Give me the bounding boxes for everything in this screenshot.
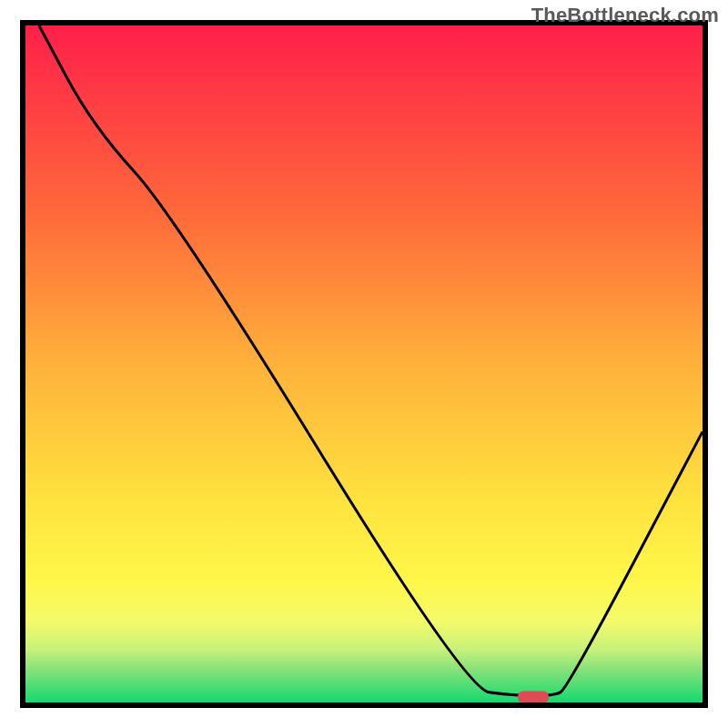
watermark-text: TheBottleneck.com (531, 4, 719, 27)
gradient-background (25, 25, 703, 703)
chart-svg (0, 0, 728, 728)
plot-area (25, 25, 703, 703)
optimal-point-marker (518, 692, 549, 703)
chart-container: TheBottleneck.com (0, 0, 728, 728)
